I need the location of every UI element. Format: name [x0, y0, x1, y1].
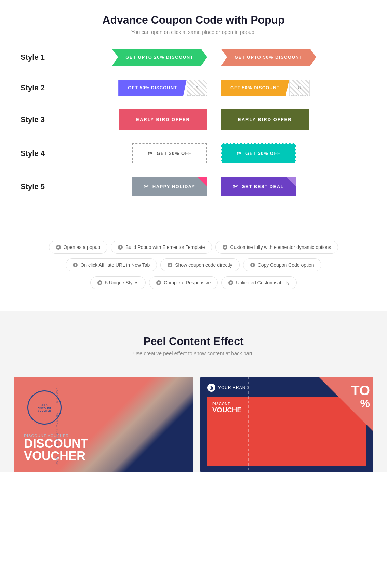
- btn-s2-orange[interactable]: GET 50% DISCOUNT: [221, 80, 289, 96]
- peel-images: 90% DISCOUNTVOUCHER JCNER --- DISCOUNT V…: [14, 377, 373, 472]
- brand-logo: [207, 384, 215, 392]
- feature-badge-customise: Customise fully with elementor dynamic o…: [215, 241, 338, 254]
- coupon-section: Advance Coupon Code with Popup You can o…: [0, 0, 387, 311]
- feature-badge-elementor: Build Popup with Elementor Template: [111, 241, 212, 254]
- peel-title: Peel Content Effect: [21, 335, 366, 348]
- style-row-4: Style 4 ✂ GET 20% OFF ✂ GET 50% OFF: [21, 143, 366, 163]
- btn-s1-salmon[interactable]: GET UPTO 50% DISCOUNT: [221, 49, 316, 66]
- peel-left-text: DISCOUNT VOUCHER DISCOUNTVOUCHER: [24, 433, 183, 462]
- peel-right-small: DISCONT: [212, 402, 361, 406]
- style-label-2: Style 2: [21, 83, 62, 92]
- style-label-3: Style 3: [21, 115, 62, 124]
- feature-badge-copy-coupon: Copy Coupon Code option: [243, 258, 321, 271]
- scissors-icon-gray: ✂: [144, 183, 149, 190]
- style-row-3: Style 3 EARLY BIRD OFFER EARLY BIRD OFFE…: [21, 109, 366, 130]
- section-subtitle: You can open on click at same place or o…: [7, 29, 380, 35]
- btn-s4-dashed[interactable]: ✂ GET 20% OFF: [132, 143, 207, 163]
- dot-icon: [156, 280, 161, 285]
- dot-icon: [250, 263, 255, 267]
- style-5-buttons: ✂ HAPPY HOLIDAY ✂ GET BEST DEAL: [62, 177, 366, 196]
- feature-badge-show-coupon: Show coupon code directly: [160, 258, 239, 271]
- peel-ribbon-text: JCNER --- DISCOUNT VOUCHER --- DISCOUNT: [56, 385, 58, 464]
- peel-section-header: Peel Content Effect Use creative peel ef…: [14, 332, 373, 363]
- features-section: Open as a popup Build Popup with Element…: [0, 230, 387, 311]
- features-row-1: Open as a popup Build Popup with Element…: [14, 241, 373, 254]
- style-row-5: Style 5 ✂ HAPPY HOLIDAY ✂ GET BEST DEAL: [21, 177, 366, 196]
- peel-right-image: YOUR BRAND DISCONT VOUCHE TO %: [200, 377, 373, 472]
- stub-orange: 8: [289, 80, 310, 96]
- style-2-btn2-wrapper: GET 50% DISCOUNT 8: [221, 80, 310, 96]
- style-1-buttons: GET UPTO 20% DISCOUNT GET UPTO 50% DISCO…: [62, 49, 366, 66]
- peel-badge-label: DISCOUNTVOUCHER: [36, 407, 53, 412]
- features-row-2: On click Affiliate URL in New Tab Show c…: [14, 258, 373, 271]
- section-header: Advance Coupon Code with Popup You can o…: [0, 0, 387, 42]
- dot-icon: [228, 280, 233, 285]
- peel-section: Peel Content Effect Use creative peel ef…: [0, 311, 387, 472]
- btn-s1-green[interactable]: GET UPTO 20% DISCOUNT: [112, 49, 207, 66]
- peel-badge-number: 90%: [41, 403, 48, 407]
- peel-big-text: DISCOUNTVOUCHER: [24, 438, 183, 462]
- divider-left: [248, 377, 249, 472]
- btn-s4-teal[interactable]: ✂ GET 50% OFF: [221, 143, 296, 163]
- btn-s2-purple[interactable]: GET 50% DISCOUNT: [118, 80, 187, 96]
- style-row-1: Style 1 GET UPTO 20% DISCOUNT GET UPTO 5…: [21, 49, 366, 66]
- style-4-buttons: ✂ GET 20% OFF ✂ GET 50% OFF: [62, 143, 366, 163]
- style-2-btn1-wrapper: GET 50% DISCOUNT 9: [118, 80, 207, 96]
- dot-icon: [223, 245, 227, 250]
- btn-s3-pink[interactable]: EARLY BIRD OFFER: [119, 109, 207, 130]
- style-label-4: Style 4: [21, 149, 62, 158]
- style-row-2: Style 2 GET 50% DISCOUNT 9 GET 50% DISCO…: [21, 80, 366, 96]
- discount-number: %: [360, 397, 370, 410]
- feature-badge-unique: 5 Unique Styles: [90, 276, 146, 289]
- btn-s5-gray[interactable]: ✂ HAPPY HOLIDAY: [132, 177, 207, 196]
- feature-badge-affiliate: On click Affiliate URL in New Tab: [66, 258, 157, 271]
- style-3-buttons: EARLY BIRD OFFER EARLY BIRD OFFER: [62, 109, 366, 130]
- dot-icon: [97, 280, 102, 285]
- scissors-icon-teal: ✂: [237, 150, 242, 157]
- dot-icon: [118, 245, 123, 250]
- btn-s5-purple[interactable]: ✂ GET BEST DEAL: [221, 177, 296, 196]
- corner-top-text: TO: [351, 384, 370, 397]
- page-wrapper: Advance Coupon Code with Popup You can o…: [0, 0, 387, 472]
- style-2-buttons: GET 50% DISCOUNT 9 GET 50% DISCOUNT 8: [62, 80, 366, 96]
- scissors-icon-purple: ✂: [233, 183, 238, 190]
- stub-purple: 9: [187, 80, 207, 96]
- brand-name: YOUR BRAND: [218, 385, 249, 390]
- feature-badge-popup: Open as a popup: [49, 241, 107, 254]
- peel-right-corner-text: TO %: [351, 384, 370, 410]
- corner-peel-pink: [198, 177, 207, 187]
- scissors-icon-dashed: ✂: [148, 150, 153, 157]
- peel-subtitle: Use creative peel effect to show content…: [21, 350, 366, 356]
- feature-badge-responsive: Complete Responsive: [149, 276, 218, 289]
- section-title: Advance Coupon Code with Popup: [7, 14, 380, 26]
- corner-peel-purple: [286, 177, 296, 187]
- dot-icon: [56, 245, 61, 250]
- dot-icon: [73, 263, 78, 267]
- peel-right-big: VOUCHE: [212, 406, 361, 414]
- dot-icon: [168, 263, 172, 267]
- corner-pct-text: %: [351, 397, 370, 410]
- features-row-3: 5 Unique Styles Complete Responsive Unli…: [14, 276, 373, 289]
- styles-container: Style 1 GET UPTO 20% DISCOUNT GET UPTO 5…: [0, 42, 387, 223]
- peel-right-content: DISCONT VOUCHE: [207, 397, 366, 466]
- feature-badge-unlimited: Unlimited Customisability: [221, 276, 296, 289]
- style-label-5: Style 5: [21, 182, 62, 191]
- btn-s3-olive[interactable]: EARLY BIRD OFFER: [221, 109, 309, 130]
- style-label-1: Style 1: [21, 53, 62, 62]
- peel-left-image: 90% DISCOUNTVOUCHER JCNER --- DISCOUNT V…: [14, 377, 194, 472]
- peel-right-red-box: DISCONT VOUCHE: [207, 397, 366, 466]
